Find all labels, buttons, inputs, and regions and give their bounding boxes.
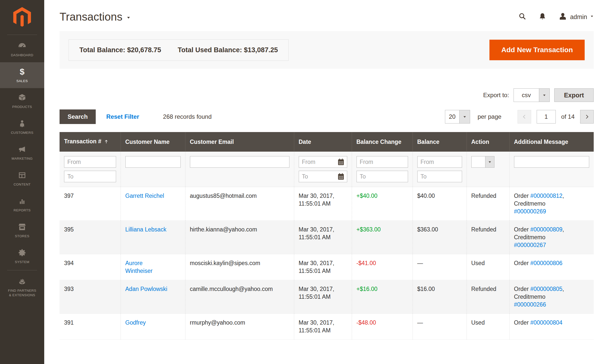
column-header-transaction[interactable]: Transaction # xyxy=(60,132,121,152)
table-filter-row xyxy=(60,152,594,187)
order-document-link[interactable]: #000000812 xyxy=(530,193,563,199)
title-caret-down-icon[interactable] xyxy=(126,16,131,21)
sidebar-item-label: SYSTEM xyxy=(2,260,43,264)
svg-text:$: $ xyxy=(20,68,25,76)
filter-customer-name-input[interactable] xyxy=(125,156,181,168)
cell-transaction-id: 391 xyxy=(60,314,121,340)
search-button[interactable]: Search xyxy=(60,109,96,124)
customer-name-link[interactable]: Aurore Wintheiser xyxy=(125,260,153,274)
sidebar-divider xyxy=(7,270,37,270)
filter-balance-from-input[interactable] xyxy=(417,156,462,168)
reports-icon xyxy=(2,197,43,206)
sidebar-item-customers[interactable]: CUSTOMERS xyxy=(0,114,44,140)
pagination: 20 per page of 14 xyxy=(445,110,594,124)
cell-customer-email: augustus85@hotmail.com xyxy=(185,187,294,221)
per-page-select[interactable]: 20 xyxy=(445,110,470,124)
filter-balance-change-from-input[interactable] xyxy=(357,156,408,168)
page-title: Transactions xyxy=(60,11,122,23)
filter-balance-to-input[interactable] xyxy=(417,171,462,182)
cell-additional-message: Order #000000805,Creditmemo#000000266 xyxy=(509,280,594,314)
filter-customer-email-input[interactable] xyxy=(190,156,289,168)
sidebar-item-dashboard[interactable]: DASHBOARD xyxy=(0,36,44,62)
sidebar-item-products[interactable]: PRODUCTS xyxy=(0,88,44,114)
cell-customer-name: Adan Powlowski xyxy=(121,280,185,314)
column-header-customer-email[interactable]: Customer Email xyxy=(185,132,294,152)
export-format-select[interactable]: csv xyxy=(514,88,550,102)
order-document-link[interactable]: #000000805 xyxy=(530,286,563,292)
table-row: 391Godfreyrmurphy@yahoo.comMar 30, 2017,… xyxy=(60,314,594,340)
export-row: Export to: csv Export xyxy=(60,88,594,102)
column-header-balance[interactable]: Balance xyxy=(413,132,467,152)
global-search-icon[interactable] xyxy=(518,12,526,21)
column-header-additional-message[interactable]: Additional Message xyxy=(509,132,594,152)
admin-user-menu[interactable]: admin xyxy=(559,12,594,22)
sidebar-item-stores[interactable]: STORES xyxy=(0,217,44,243)
order-document-link[interactable]: #000000269 xyxy=(514,208,546,215)
reset-filter-link[interactable]: Reset Filter xyxy=(106,113,139,120)
sidebar-item-label: STORES xyxy=(2,234,43,238)
column-header-date[interactable]: Date xyxy=(294,132,352,152)
cell-customer-name: Godfrey xyxy=(121,314,185,340)
column-header-customer-name[interactable]: Customer Name xyxy=(121,132,185,152)
sidebar-item-sales[interactable]: $SALES xyxy=(0,62,44,88)
page-header: Transactions admin xyxy=(60,0,594,23)
customer-name-link[interactable]: Garrett Reichel xyxy=(125,193,164,199)
cell-additional-message: Order #000000812,Creditmemo#000000269 xyxy=(509,187,594,221)
sidebar-item-label: DASHBOARD xyxy=(2,53,43,57)
column-header-balance-change[interactable]: Balance Change xyxy=(352,132,413,152)
table-row: 393Adan Powlowskicamille.mccullough@yaho… xyxy=(60,280,594,314)
select-caret-down-icon xyxy=(539,89,549,102)
cell-balance: $40.00 xyxy=(413,187,467,221)
per-page-label: per page xyxy=(478,113,501,120)
column-header-action[interactable]: Action xyxy=(467,132,509,152)
sidebar-item-label: FIND PARTNERS & EXTENSIONS xyxy=(2,288,43,297)
order-document-link[interactable]: #000000267 xyxy=(514,242,546,248)
sidebar-item-label: PRODUCTS xyxy=(2,105,43,109)
sidebar-item-content[interactable]: CONTENT xyxy=(0,166,44,192)
sidebar-item-marketing[interactable]: MARKETING xyxy=(0,140,44,166)
order-document-link[interactable]: #000000806 xyxy=(530,260,563,266)
cell-additional-message: Order #000000809,Creditmemo#000000267 xyxy=(509,221,594,254)
records-found-text: 268 records found xyxy=(163,113,212,120)
cell-balance-change: -$41.00 xyxy=(352,254,413,280)
sidebar-item-label: CUSTOMERS xyxy=(2,131,43,135)
sidebar-item-reports[interactable]: REPORTS xyxy=(0,192,44,217)
dashboard-icon xyxy=(2,42,43,51)
add-new-transaction-button[interactable]: Add New Transaction xyxy=(489,40,585,60)
filter-action-select[interactable] xyxy=(471,156,494,168)
cell-balance-change: +$40.00 xyxy=(352,187,413,221)
notifications-bell-icon[interactable] xyxy=(538,12,546,21)
cell-balance: — xyxy=(413,254,467,280)
previous-page-button[interactable] xyxy=(518,110,531,124)
calendar-icon[interactable] xyxy=(337,158,345,166)
filter-transaction-from-input[interactable] xyxy=(64,156,116,168)
order-document-link[interactable]: #000000266 xyxy=(514,301,546,308)
page-of-label: of 14 xyxy=(561,113,575,120)
export-button[interactable]: Export xyxy=(554,88,594,102)
admin-username: admin xyxy=(570,13,587,21)
sidebar-item-label: SALES xyxy=(2,79,43,83)
order-document-link[interactable]: #000000804 xyxy=(530,319,563,326)
magento-admin-app: DASHBOARD$SALESPRODUCTSCUSTOMERSMARKETIN… xyxy=(0,0,603,364)
filter-transaction-to-input[interactable] xyxy=(64,171,116,182)
sidebar-item-label: REPORTS xyxy=(2,208,43,213)
page-number-input[interactable] xyxy=(537,110,556,124)
filter-message-input[interactable] xyxy=(514,156,589,168)
cell-date: Mar 30, 2017,11:55:01 AM xyxy=(294,280,352,314)
calendar-icon[interactable] xyxy=(337,172,345,180)
customer-name-link[interactable]: Adan Powlowski xyxy=(125,286,167,292)
cell-date: Mar 30, 2017,11:55:01 AM xyxy=(294,314,352,340)
filter-balance-change-to-input[interactable] xyxy=(357,171,408,182)
transactions-table: Transaction #Customer NameCustomer Email… xyxy=(60,132,594,340)
sidebar-nav: DASHBOARD$SALESPRODUCTSCUSTOMERSMARKETIN… xyxy=(0,36,44,302)
next-page-button[interactable] xyxy=(580,110,594,124)
magento-logo[interactable] xyxy=(0,0,44,34)
customer-name-link[interactable]: Lilliana Lebsack xyxy=(125,226,167,233)
sidebar-item-system[interactable]: SYSTEM xyxy=(0,243,44,269)
customer-name-link[interactable]: Godfrey xyxy=(125,319,146,326)
cell-balance-change: -$48.00 xyxy=(352,314,413,340)
cell-transaction-id: 394 xyxy=(60,254,121,280)
marketing-icon xyxy=(2,145,43,154)
sidebar-item-find-partners[interactable]: FIND PARTNERS & EXTENSIONS xyxy=(0,272,44,302)
order-document-link[interactable]: #000000809 xyxy=(530,226,563,233)
